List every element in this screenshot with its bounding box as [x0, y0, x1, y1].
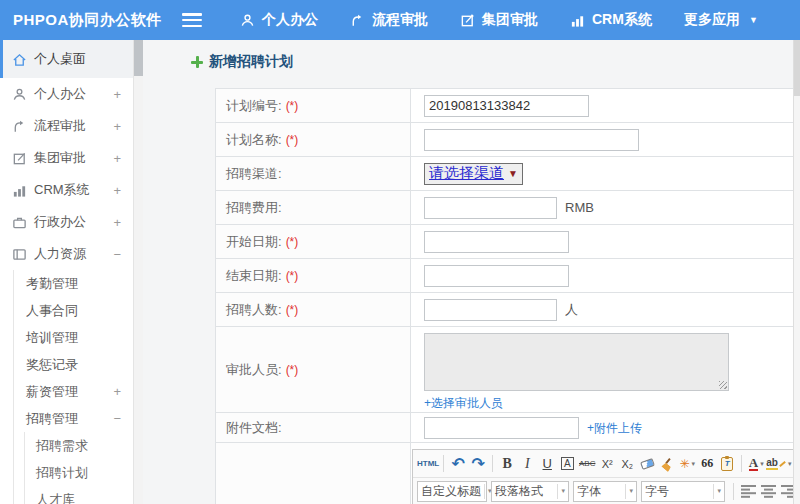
sidebar-item-workflow-approval[interactable]: 流程审批 + — [0, 110, 133, 142]
nav-item-workflow-approval[interactable]: 流程审批 — [350, 11, 428, 29]
chart-icon — [570, 13, 585, 28]
top-navbar: PHPOA协同办公软件 个人办公 流程审批 集团审批 CRM系统 更多应用 ▼ — [0, 0, 800, 40]
required-marker: (*) — [286, 269, 299, 283]
cost-input[interactable] — [424, 197, 557, 219]
approvers-textarea[interactable] — [424, 333, 729, 391]
expand-toggle[interactable]: + — [113, 87, 121, 102]
expand-toggle[interactable]: + — [113, 183, 121, 198]
sidebar-item-talent-pool[interactable]: 人才库 — [25, 486, 133, 504]
sidebar-item-training[interactable]: 培训管理 — [14, 324, 133, 351]
highlight-icon[interactable]: ab▾ — [766, 453, 791, 474]
sidebar-scrollbar-thumb[interactable] — [134, 40, 143, 76]
home-icon — [12, 52, 27, 67]
nav-item-crm[interactable]: CRM系统 — [570, 11, 652, 29]
sidebar-item-salary[interactable]: 薪资管理 + — [14, 378, 133, 405]
user-icon — [12, 87, 27, 102]
required-marker: (*) — [286, 133, 299, 147]
toolbar-separator — [741, 455, 742, 472]
start-date-input[interactable] — [424, 231, 569, 253]
end-date-input[interactable] — [424, 265, 569, 287]
field-label: 招聘费用: — [226, 200, 282, 215]
expand-toggle[interactable]: + — [113, 151, 121, 166]
clean-brush-icon[interactable] — [657, 453, 677, 474]
required-marker: (*) — [286, 363, 299, 377]
main-content: 新增招聘计划 计划编号:(*) 计划名称:(*) 招聘渠道: 请选择渠道 ▼ — [143, 40, 800, 504]
superscript-icon[interactable]: X² — [597, 453, 617, 474]
sidebar-item-personal-office[interactable]: 个人办公 + — [0, 78, 133, 110]
page-title: 新增招聘计划 — [191, 53, 293, 71]
undo-icon[interactable]: ↶ — [448, 453, 468, 474]
flow-icon — [12, 119, 27, 134]
sidebar-item-hr[interactable]: 人力资源 − — [0, 238, 133, 270]
form-row-end-date: 结束日期:(*) — [216, 259, 800, 293]
hamburger-menu-icon[interactable] — [182, 13, 202, 27]
subscript-icon[interactable]: X₂ — [617, 453, 637, 474]
form-row-attachment: 附件文档: +附件上传 — [216, 413, 800, 443]
hr-icon — [12, 247, 27, 262]
expand-toggle[interactable]: + — [113, 384, 121, 399]
custom-title-select[interactable]: 自定义标题▾ — [417, 481, 487, 502]
nav-item-more-apps[interactable]: 更多应用 ▼ — [684, 11, 758, 29]
align-left-icon[interactable] — [738, 481, 758, 502]
sidebar-item-personal-desktop[interactable]: 个人桌面 — [0, 40, 133, 78]
font-size-select[interactable]: 字号▾ — [641, 481, 725, 502]
caret-down-icon: ▾ — [713, 484, 721, 499]
field-label: 开始日期: — [226, 234, 282, 249]
bold-icon[interactable]: B — [497, 453, 517, 474]
plan-name-input[interactable] — [424, 129, 639, 151]
plan-number-input[interactable] — [424, 95, 589, 117]
field-label: 计划名称: — [226, 132, 282, 147]
expand-toggle[interactable]: + — [113, 215, 121, 230]
sidebar-item-recruitment[interactable]: 招聘管理 − — [14, 405, 133, 432]
sidebar-item-admin-office[interactable]: 行政办公 + — [0, 206, 133, 238]
sidebar-item-attendance[interactable]: 考勤管理 — [14, 270, 133, 297]
autotypeset-icon[interactable]: A — [557, 453, 577, 474]
paste-icon[interactable]: T — [717, 453, 737, 474]
form-row-channel: 招聘渠道: 请选择渠道 ▼ — [216, 157, 800, 191]
headcount-input[interactable] — [424, 299, 557, 321]
edit-icon — [12, 151, 27, 166]
expand-toggle[interactable]: + — [113, 119, 121, 134]
sidebar-item-crm[interactable]: CRM系统 + — [0, 174, 133, 206]
html-source-button[interactable]: HTML — [417, 453, 439, 474]
blockquote-icon[interactable]: 66 — [697, 453, 717, 474]
channel-select[interactable]: 请选择渠道 ▼ — [424, 163, 523, 185]
redo-icon[interactable]: ↷ — [468, 453, 488, 474]
collapse-toggle[interactable]: − — [113, 411, 121, 426]
form-row-cost: 招聘费用: RMB — [216, 191, 800, 225]
sidebar-item-recruit-plan[interactable]: 招聘计划 — [25, 459, 133, 486]
attachment-input[interactable] — [424, 417, 579, 439]
sidebar-item-hr-contract[interactable]: 人事合同 — [14, 297, 133, 324]
editor-toolbar-row2: 自定义标题▾ 段落格式▾ 字体▾ 字号▾ — [413, 477, 800, 504]
italic-icon[interactable]: I — [517, 453, 537, 474]
currency-suffix: RMB — [565, 200, 594, 215]
edit-icon — [460, 13, 475, 28]
collapse-toggle[interactable]: − — [113, 247, 121, 262]
align-center-icon[interactable] — [758, 481, 778, 502]
font-color-icon[interactable]: A▾ — [746, 453, 766, 474]
page-scrollbar[interactable] — [793, 40, 800, 504]
font-family-select[interactable]: 字体▾ — [573, 481, 637, 502]
nav-item-personal-office[interactable]: 个人办公 — [240, 11, 318, 29]
paragraph-format-select[interactable]: 段落格式▾ — [491, 481, 569, 502]
field-label: 招聘人数: — [226, 302, 282, 317]
form-row-headcount: 招聘人数:(*) 人 — [216, 293, 800, 327]
eraser-icon[interactable] — [637, 453, 657, 474]
sidebar-item-recruit-demand[interactable]: 招聘需求 — [25, 432, 133, 459]
sidebar-item-group-approval[interactable]: 集团审批 + — [0, 142, 133, 174]
toolbar-separator — [733, 483, 734, 500]
strikethrough-icon[interactable]: ABC — [577, 453, 597, 474]
recruitment-submenu: 招聘需求 招聘计划 人才库 — [24, 432, 133, 504]
underline-icon[interactable]: U — [537, 453, 557, 474]
format-painter-icon[interactable]: ✳▾ — [677, 453, 697, 474]
plus-icon — [191, 56, 203, 68]
form-row-start-date: 开始日期:(*) — [216, 225, 800, 259]
attachment-upload-link[interactable]: +附件上传 — [587, 421, 642, 435]
choose-approvers-link[interactable]: +选择审批人员 — [424, 396, 503, 410]
page-scrollbar-thumb[interactable] — [794, 40, 800, 96]
nav-item-group-approval[interactable]: 集团审批 — [460, 11, 538, 29]
caret-down-icon: ▼ — [508, 168, 518, 179]
sidebar-item-rewards[interactable]: 奖惩记录 — [14, 351, 133, 378]
sidebar-scrollbar[interactable] — [133, 40, 143, 504]
field-label: 附件文档: — [226, 420, 282, 435]
